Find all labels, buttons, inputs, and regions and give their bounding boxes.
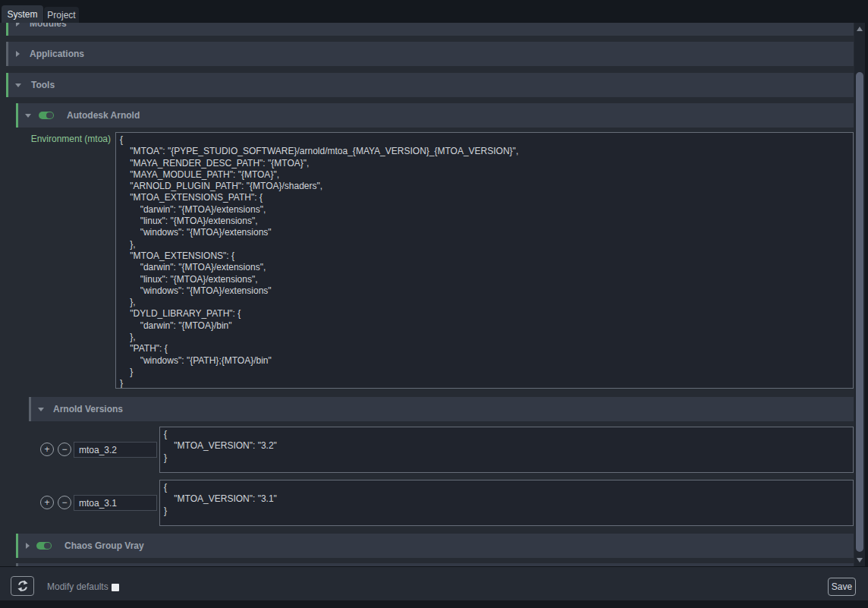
expanded-arrow-icon (15, 83, 21, 87)
version-name-input[interactable] (74, 442, 157, 458)
add-item-button[interactable]: + (40, 443, 54, 456)
plus-icon: + (44, 497, 49, 508)
window-bottom-edge (0, 600, 868, 608)
section-label: Chaos Group Vray (64, 540, 144, 551)
version-name-input[interactable] (74, 495, 157, 511)
section-label: Modules (30, 23, 67, 29)
tab-system[interactable]: System (2, 5, 43, 23)
add-item-button[interactable]: + (40, 496, 54, 509)
section-header-chaos-group-vray[interactable]: Chaos Group Vray (16, 534, 854, 558)
section-header-modules[interactable]: Modules (6, 23, 854, 36)
tab-project[interactable]: Project (44, 7, 79, 23)
section-header-tools[interactable]: Tools (6, 73, 854, 97)
version-row: + − { "MTOA_VERSION": "3.1" } (0, 480, 854, 526)
vertical-scrollbar[interactable] (854, 23, 865, 566)
expanded-arrow-icon (25, 114, 31, 118)
section-header-arnold-versions[interactable]: Arnold Versions (29, 397, 854, 421)
settings-window: System Project Modules Applications Tool… (0, 0, 868, 608)
enabled-toggle[interactable] (36, 542, 52, 550)
version-json-editor[interactable]: { "MTOA_VERSION": "3.1" } (159, 480, 854, 526)
settings-scroll-area: Modules Applications Tools Autodesk Arno… (0, 23, 854, 566)
collapsed-arrow-icon (26, 543, 30, 549)
minus-icon: − (61, 497, 67, 508)
footer-bar: Modify defaults Save (0, 566, 868, 600)
remove-item-button[interactable]: − (58, 496, 71, 509)
modify-defaults-label: Modify defaults (47, 581, 108, 592)
collapsed-arrow-icon (16, 23, 20, 27)
tab-bar: System Project (0, 0, 868, 23)
scroll-down-icon[interactable] (857, 558, 863, 562)
collapsed-arrow-icon (16, 51, 20, 57)
expanded-arrow-icon (38, 408, 44, 411)
enabled-toggle[interactable] (39, 112, 54, 119)
environment-field-label: Environment (mtoa) (0, 134, 111, 144)
section-label: Tools (31, 80, 55, 90)
refresh-icon (17, 580, 29, 592)
plus-icon: + (44, 444, 49, 455)
scrollbar-thumb[interactable] (856, 72, 863, 552)
minus-icon: − (61, 444, 67, 455)
save-button[interactable]: Save (828, 578, 856, 596)
scroll-up-icon[interactable] (857, 27, 863, 31)
environment-json-editor[interactable]: { "MTOA": "{PYPE_STUDIO_SOFTWARE}/arnold… (115, 132, 854, 389)
section-label: Applications (30, 49, 84, 59)
version-json-editor[interactable]: { "MTOA_VERSION": "3.2" } (159, 427, 854, 473)
section-label: Arnold Versions (53, 404, 123, 414)
refresh-button[interactable] (11, 576, 34, 596)
section-header-applications[interactable]: Applications (6, 42, 854, 66)
section-label: Autodesk Arnold (67, 110, 140, 121)
section-header-autodesk-arnold[interactable]: Autodesk Arnold (16, 103, 854, 128)
modify-defaults-checkbox[interactable] (112, 584, 119, 591)
remove-item-button[interactable]: − (58, 443, 71, 456)
version-row: + − { "MTOA_VERSION": "3.2" } (0, 427, 854, 473)
